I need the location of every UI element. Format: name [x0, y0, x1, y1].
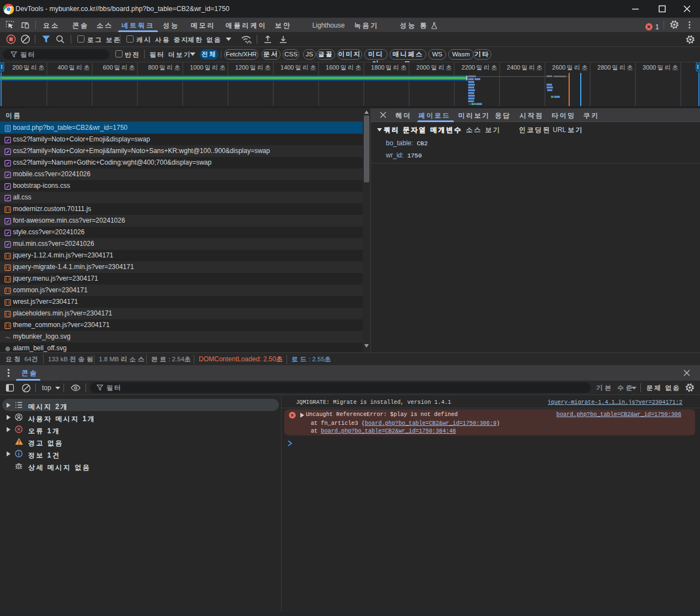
svg-text:3000밀리초: 3000밀리초 [643, 64, 680, 71]
svg-text:2400밀리초: 2400밀리초 [507, 64, 544, 71]
svg-text:1000밀리초: 1000밀리초 [190, 64, 227, 71]
svg-text:1400밀리초: 1400밀리초 [280, 64, 317, 71]
svg-text:1600밀리초: 1600밀리초 [326, 64, 363, 71]
svg-text:2800밀리초: 2800밀리초 [597, 64, 634, 71]
svg-text:800밀리초: 800밀리초 [148, 64, 182, 71]
svg-text:1800밀리초: 1800밀리초 [371, 64, 408, 71]
svg-text:600밀리초: 600밀리초 [103, 64, 136, 71]
svg-text:1200밀리초: 1200밀리초 [235, 64, 272, 71]
svg-text:2000밀리초: 2000밀리초 [416, 64, 453, 71]
svg-text:200밀리초: 200밀리초 [12, 64, 46, 71]
svg-text:2600밀리초: 2600밀리초 [552, 64, 589, 71]
svg-text:400밀리초: 400밀리초 [57, 64, 91, 71]
svg-text:2200밀리초: 2200밀리초 [462, 64, 499, 71]
